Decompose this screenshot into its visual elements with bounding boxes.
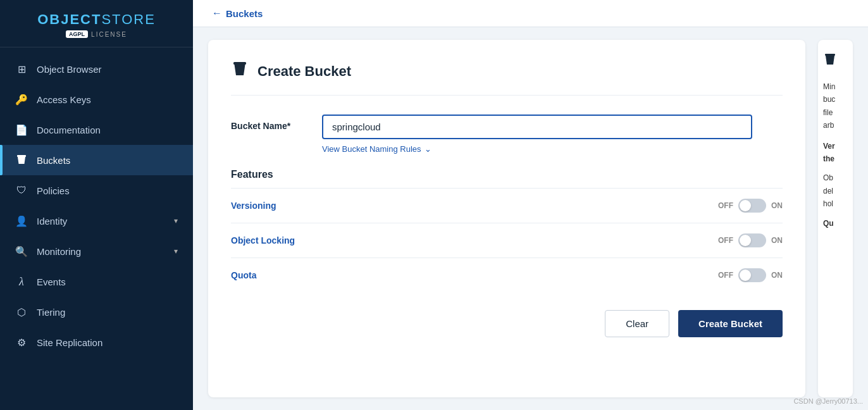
actions-row: Clear Create Bucket [231, 310, 783, 337]
versioning-on-label: ON [771, 201, 783, 210]
form-header: Create Bucket [231, 60, 783, 96]
features-section: Features Versioning OFF ON Object Lockin… [231, 169, 783, 292]
sidebar-item-label: Site Replication [37, 337, 102, 348]
object-browser-icon: ⊞ [15, 63, 28, 75]
svg-rect-2 [825, 54, 835, 56]
monitoring-chevron-icon: ▾ [174, 247, 178, 256]
object-locking-label: Object Locking [231, 235, 718, 245]
sidebar-item-label: Object Browser [37, 64, 102, 75]
identity-icon: 👤 [15, 214, 28, 227]
versioning-toggle-group: OFF ON [718, 199, 783, 213]
bucket-header-icon [231, 60, 249, 82]
quota-row: Quota OFF ON [231, 258, 783, 292]
versioning-label: Versioning [231, 201, 718, 211]
object-locking-toggle[interactable] [738, 233, 766, 247]
info-panel-content: Min buc file arb Ver the Ob del hol Qu [823, 80, 848, 230]
naming-rules-chevron-icon: ⌄ [425, 144, 431, 154]
back-link[interactable]: ← Buckets [212, 8, 263, 19]
sidebar-item-documentation[interactable]: 📄 Documentation [0, 115, 193, 145]
quota-toggle[interactable] [738, 268, 766, 282]
sidebar-item-buckets[interactable]: Buckets [0, 145, 193, 175]
back-arrow-icon: ← [212, 8, 222, 19]
logo-title: OBJECTSTORE [37, 11, 156, 28]
bucket-name-row: Bucket Name* [231, 115, 783, 139]
sidebar-item-label: Identity [37, 216, 67, 227]
quota-toggle-group: OFF ON [718, 268, 783, 282]
quota-off-label: OFF [718, 271, 733, 280]
back-label: Buckets [226, 8, 263, 19]
info-panel: Min buc file arb Ver the Ob del hol Qu [818, 40, 853, 397]
sidebar-item-tiering[interactable]: ⬡ Tiering [0, 297, 193, 327]
sidebar-item-label: Tiering [37, 307, 65, 318]
object-locking-row: Object Locking OFF ON [231, 223, 783, 258]
sidebar-item-events[interactable]: λ Events [0, 266, 193, 297]
sidebar: OBJECTSTORE AGPL LICENSE ⊞ Object Browse… [0, 0, 193, 410]
sidebar-item-policies[interactable]: 🛡 Policies [0, 175, 193, 206]
naming-rules-link[interactable]: View Bucket Naming Rules ⌄ [322, 144, 783, 154]
object-locking-toggle-group: OFF ON [718, 233, 783, 247]
tiering-icon: ⬡ [15, 306, 28, 318]
identity-chevron-icon: ▾ [174, 216, 178, 225]
object-locking-on-label: ON [771, 236, 783, 245]
active-indicator [0, 145, 3, 175]
bucket-name-input[interactable] [322, 115, 752, 139]
form-title: Create Bucket [257, 63, 351, 80]
sidebar-item-monitoring[interactable]: 🔍 Monitoring ▾ [0, 236, 193, 266]
events-icon: λ [15, 275, 28, 288]
create-bucket-form: Create Bucket Bucket Name* View Bucket N… [208, 40, 805, 397]
sidebar-item-object-browser[interactable]: ⊞ Object Browser [0, 54, 193, 84]
bucket-name-label: Bucket Name* [231, 115, 307, 131]
sidebar-item-label: Documentation [37, 125, 101, 135]
sidebar-item-label: Buckets [37, 155, 70, 166]
sidebar-item-site-replication[interactable]: ⚙ Site Replication [0, 327, 193, 357]
sidebar-item-label: Policies [37, 185, 70, 196]
sidebar-item-label: Access Keys [37, 94, 91, 105]
object-locking-off-label: OFF [718, 236, 733, 245]
sidebar-item-identity[interactable]: 👤 Identity ▾ [0, 206, 193, 236]
quota-on-label: ON [771, 271, 783, 280]
logo-area: OBJECTSTORE AGPL LICENSE [0, 0, 193, 47]
quota-label: Quota [231, 270, 718, 280]
sidebar-item-access-keys[interactable]: 🔑 Access Keys [0, 84, 193, 115]
content-area: Create Bucket Bucket Name* View Bucket N… [193, 27, 868, 410]
policies-icon: 🛡 [15, 184, 28, 197]
clear-button[interactable]: Clear [605, 310, 669, 337]
sidebar-nav: ⊞ Object Browser 🔑 Access Keys 📄 Documen… [0, 47, 193, 410]
site-replication-icon: ⚙ [15, 336, 28, 349]
info-panel-bucket-icon [823, 53, 837, 70]
create-bucket-button[interactable]: Create Bucket [678, 310, 783, 337]
buckets-icon [15, 154, 28, 166]
sidebar-item-label: Monitoring [37, 246, 81, 257]
naming-rules-label: View Bucket Naming Rules [322, 144, 421, 154]
monitoring-icon: 🔍 [15, 245, 28, 258]
svg-rect-1 [233, 62, 246, 65]
sidebar-item-label: Events [37, 276, 66, 287]
features-title: Features [231, 169, 783, 185]
top-bar: ← Buckets [193, 0, 868, 27]
agpl-badge: AGPL [66, 30, 88, 38]
license-label: LICENSE [91, 31, 127, 38]
svg-rect-0 [17, 155, 26, 157]
main-content: ← Buckets Create Bucket Bucket Name* Vie… [193, 0, 868, 410]
logo-badge: AGPL LICENSE [66, 30, 127, 38]
documentation-icon: 📄 [15, 123, 28, 136]
versioning-off-label: OFF [718, 201, 733, 210]
versioning-row: Versioning OFF ON [231, 188, 783, 223]
access-keys-icon: 🔑 [15, 93, 28, 106]
versioning-toggle[interactable] [738, 199, 766, 213]
